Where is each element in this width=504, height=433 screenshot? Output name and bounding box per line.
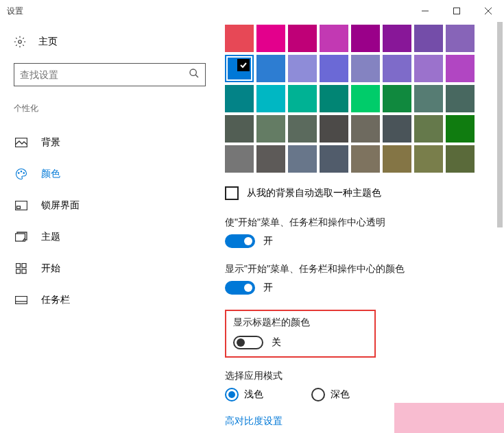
appmode-dark[interactable]: 深色 [311,388,350,401]
radio-icon [311,388,325,401]
svg-point-9 [21,171,22,173]
search-box[interactable] [14,63,206,86]
color-swatch[interactable] [320,145,348,173]
color-swatch[interactable] [351,115,380,143]
color-swatch[interactable] [256,25,285,52]
color-swatch[interactable] [351,25,380,52]
main-panel: 从我的背景自动选取一种主题色 使"开始"菜单、任务栏和操作中心透明 开 显示"开… [219,22,504,433]
color-swatch[interactable] [351,145,380,173]
titlebar-color-state: 关 [272,336,281,349]
color-swatch[interactable] [414,115,443,143]
color-swatch[interactable] [414,55,443,82]
sidebar-item-taskbar[interactable]: 任务栏 [14,284,206,316]
transparency-label: 使"开始"菜单、任务栏和操作中心透明 [225,216,499,229]
check-icon [237,59,250,71]
color-swatch[interactable] [414,25,443,52]
color-swatch[interactable] [351,55,380,82]
svg-point-5 [190,69,196,75]
color-swatch[interactable] [320,55,348,82]
svg-rect-15 [22,264,26,268]
picture-icon [15,138,27,147]
color-swatch[interactable] [414,85,443,112]
window-controls [409,0,504,22]
color-swatch[interactable] [256,55,285,82]
auto-color-checkbox[interactable] [225,186,239,200]
color-swatch[interactable] [225,115,254,143]
appmode-light[interactable]: 浅色 [225,388,263,401]
sidebar-item-background[interactable]: 背景 [14,127,206,158]
color-swatch[interactable] [446,145,475,173]
minimize-button[interactable] [409,0,441,22]
titlebar-color-toggle[interactable] [233,336,263,349]
sidebar-item-label: 颜色 [41,168,60,180]
color-swatch[interactable] [288,145,317,173]
sidebar-item-label: 锁屏界面 [41,199,80,212]
transparency-toggle[interactable] [225,234,255,248]
sidebar-item-label: 开始 [41,262,60,275]
appmode-light-label: 浅色 [244,388,263,401]
sidebar-item-themes[interactable]: 主题 [14,221,206,253]
color-swatch[interactable] [256,145,285,173]
color-swatch[interactable] [383,145,411,173]
home-nav[interactable]: 主页 [14,36,206,48]
color-swatch[interactable] [225,85,254,112]
color-swatch[interactable] [383,85,411,112]
svg-line-6 [195,75,198,77]
svg-point-4 [19,40,22,44]
color-swatch[interactable] [288,25,317,52]
color-swatch[interactable] [288,115,317,143]
scrollbar[interactable] [497,22,503,227]
color-swatch[interactable] [225,145,254,173]
window-title: 设置 [7,5,409,17]
taskbar-icon [15,296,27,304]
color-swatch[interactable] [320,115,348,143]
sidebar-item-start[interactable]: 开始 [14,253,206,284]
color-swatch[interactable] [288,85,317,112]
color-swatch[interactable] [320,85,348,112]
color-swatch[interactable] [446,25,475,52]
lockscreen-icon [15,201,27,210]
sidebar-item-lockscreen[interactable]: 锁屏界面 [14,190,206,221]
maximize-button[interactable] [441,0,472,22]
showcolor-state: 开 [263,282,273,294]
color-swatch[interactable] [446,55,475,82]
color-grid [225,25,477,173]
svg-point-10 [23,173,25,174]
svg-rect-16 [16,269,21,273]
color-swatch[interactable] [256,85,285,112]
color-swatch[interactable] [288,55,317,82]
color-swatch[interactable] [383,115,411,143]
color-swatch[interactable] [383,25,411,52]
search-icon [189,68,200,82]
titlebar-color-highlight: 显示标题栏的颜色 关 [225,310,376,358]
sidebar-item-colors[interactable]: 颜色 [14,158,206,190]
svg-rect-1 [454,8,460,14]
color-swatch[interactable] [225,25,254,52]
close-button[interactable] [472,0,504,22]
radio-icon [225,388,239,401]
color-swatch[interactable] [446,85,475,112]
color-swatch[interactable] [320,25,348,52]
color-swatch[interactable] [225,55,254,82]
color-swatch[interactable] [446,115,475,143]
watermark-block [394,403,504,433]
color-swatch[interactable] [351,85,380,112]
sidebar-item-label: 任务栏 [41,294,70,306]
sidebar-item-label: 背景 [41,136,60,149]
color-swatch[interactable] [256,115,285,143]
sidebar: 主页 个性化 背景 颜色 锁屏界面 主题 开始 任务栏 [0,22,219,433]
appmode-dark-label: 深色 [331,388,350,401]
color-swatch[interactable] [414,145,443,173]
high-contrast-link[interactable]: 高对比度设置 [225,415,283,428]
svg-rect-12 [17,206,21,209]
search-input[interactable] [20,69,189,80]
titlebar-color-label: 显示标题栏的颜色 [233,317,368,329]
appmode-label: 选择应用模式 [225,370,499,382]
auto-color-label: 从我的背景自动选取一种主题色 [247,187,381,199]
sidebar-item-label: 主题 [41,231,60,243]
color-swatch[interactable] [383,55,411,82]
showcolor-toggle[interactable] [225,281,255,295]
svg-point-8 [19,173,20,174]
svg-rect-14 [16,264,21,268]
auto-color-row[interactable]: 从我的背景自动选取一种主题色 [225,186,499,200]
